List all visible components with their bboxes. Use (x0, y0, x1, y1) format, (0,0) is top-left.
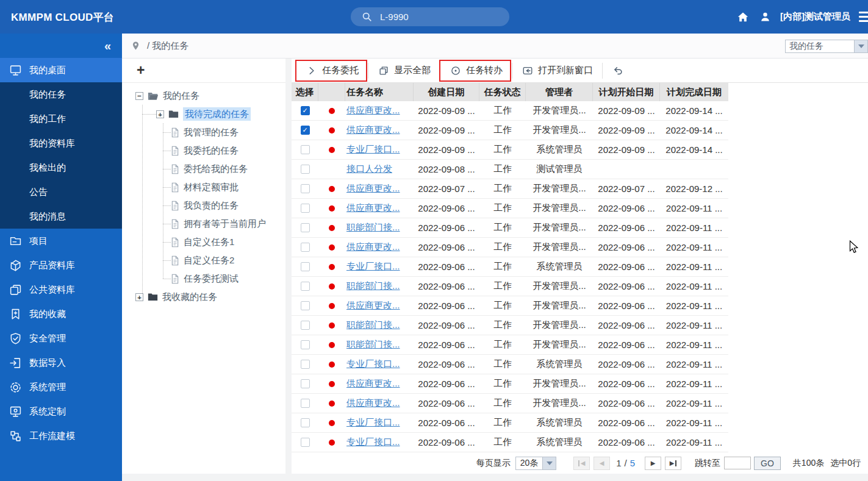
sidebar-subitem[interactable]: 我的工作 (0, 107, 122, 131)
sidebar-item-favorites[interactable]: 我的收藏 (0, 302, 122, 326)
task-name-link[interactable]: 供应商更改... (346, 378, 400, 390)
show-all-button[interactable]: 显示全部 (368, 59, 440, 83)
chevron-down-icon[interactable] (542, 457, 556, 469)
task-name-link[interactable]: 供应商更改... (346, 397, 400, 409)
table-row[interactable]: 职能部门接... 2022-09-06 ... 工作 开发管理员... 2022… (292, 335, 728, 355)
first-page-button[interactable]: ◀ (573, 457, 590, 470)
task-name-link[interactable]: 供应商更改... (346, 183, 400, 194)
task-name-link[interactable]: 供应商更改... (346, 202, 400, 214)
task-name-link[interactable]: 专业厂接口... (346, 144, 400, 155)
task-name-link[interactable]: 供应商更改... (346, 300, 400, 312)
current-user-label[interactable]: [内部]测试管理员 (780, 11, 850, 23)
table-row[interactable]: 专业厂接口... 2022-09-06 ... 工作 系统管理员 2022-09… (292, 257, 728, 277)
tree-node-selected[interactable]: 我待完成的任务 (122, 105, 285, 123)
tree-node-doc[interactable]: 材料定额审批 (122, 178, 285, 196)
table-row[interactable]: 供应商更改... 2022-09-09 ... 工作 开发管理员... 2022… (292, 121, 728, 140)
task-name-link[interactable]: 职能部门接... (346, 319, 400, 331)
task-name-link[interactable]: 专业厂接口... (346, 261, 400, 273)
column-header[interactable]: 计划开始日期 (593, 83, 660, 101)
table-row[interactable]: 供应商更改... 2022-09-06 ... 工作 开发管理员... 2022… (292, 394, 728, 413)
global-search-input[interactable]: L-9990 (351, 7, 509, 26)
sidebar-subitem[interactable]: 我的资料库 (0, 131, 122, 155)
tree-node-doc[interactable]: 我负责的任务 (122, 196, 285, 215)
sidebar-item-security[interactable]: 安全管理 (0, 326, 122, 351)
task-name-link[interactable]: 专业厂接口... (346, 436, 400, 448)
task-name-link[interactable]: 职能部门接... (346, 339, 400, 351)
table-row[interactable]: 接口人分发 2022-09-08 ... 工作 测试管理员 (292, 160, 728, 179)
sidebar-item-project[interactable]: 项目 (0, 229, 122, 253)
row-checkbox[interactable] (301, 204, 310, 213)
table-row[interactable]: 专业厂接口... 2022-09-09 ... 工作 系统管理员 2022-09… (292, 140, 728, 160)
sidebar-item-workflow[interactable]: 工作流建模 (0, 424, 122, 448)
tree-node-root[interactable]: 我的任务 (122, 87, 285, 105)
row-checkbox[interactable] (301, 145, 310, 154)
row-checkbox[interactable] (301, 360, 310, 369)
task-name-link[interactable]: 专业厂接口... (346, 358, 400, 370)
column-header[interactable]: 任务名称 (345, 83, 414, 101)
sidebar-item-system-admin[interactable]: 系统管理 (0, 375, 122, 399)
sidebar-item-system-custom[interactable]: 系统定制 (0, 399, 122, 424)
table-row[interactable]: 职能部门接... 2022-09-06 ... 工作 开发管理员... 2022… (292, 277, 728, 296)
table-row[interactable]: 供应商更改... 2022-09-06 ... 工作 开发管理员... 2022… (292, 238, 728, 257)
row-checkbox[interactable] (301, 418, 310, 427)
tree-node-doc[interactable]: 我委托的任务 (122, 141, 285, 160)
undo-button[interactable] (603, 59, 633, 83)
tree-node-doc[interactable]: 自定义任务2 (122, 251, 285, 269)
sidebar-item-data-import[interactable]: 数据导入 (0, 351, 122, 375)
last-page-button[interactable]: ▶ (665, 457, 681, 470)
tree-node-doc[interactable]: 委托给我的任务 (122, 160, 285, 178)
tree-node-doc[interactable]: 任务委托测试 (122, 269, 285, 288)
column-header[interactable]: 计划完成日期 (660, 83, 728, 101)
row-checkbox[interactable] (301, 321, 310, 330)
row-checkbox[interactable] (301, 184, 310, 193)
table-row[interactable]: 供应商更改... 2022-09-06 ... 工作 开发管理员... 2022… (292, 374, 728, 394)
task-name-link[interactable]: 职能部门接... (346, 280, 400, 292)
row-checkbox[interactable] (301, 301, 310, 310)
column-header[interactable]: 选择 (292, 83, 318, 101)
table-row[interactable]: 供应商更改... 2022-09-06 ... 工作 开发管理员... 2022… (292, 296, 728, 316)
row-checkbox[interactable] (301, 165, 310, 174)
sidebar-subitem[interactable]: 我的任务 (0, 82, 122, 107)
table-row[interactable]: 供应商更改... 2022-09-09 ... 工作 开发管理员... 2022… (292, 101, 728, 121)
table-row[interactable]: 专业厂接口... 2022-09-06 ... 工作 系统管理员 2022-09… (292, 355, 728, 374)
tree-node-doc[interactable]: 自定义任务1 (122, 233, 285, 251)
row-checkbox[interactable] (301, 379, 310, 388)
sidebar-subitem[interactable]: 公告 (0, 180, 122, 204)
sidebar-subitem[interactable]: 我的消息 (0, 204, 122, 229)
view-select[interactable]: 我的任务 (785, 40, 868, 53)
table-row[interactable]: 职能部门接... 2022-09-06 ... 工作 开发管理员... 2022… (292, 316, 728, 335)
tree-node-doc[interactable]: 我管理的任务 (122, 123, 285, 141)
prev-page-button[interactable]: ◀ (594, 457, 610, 470)
collapse-sidebar-icon[interactable] (104, 40, 111, 52)
task-name-link[interactable]: 职能部门接... (346, 222, 400, 233)
row-checkbox[interactable] (301, 126, 310, 135)
column-header[interactable] (318, 83, 345, 101)
task-name-link[interactable]: 专业厂接口... (346, 417, 400, 429)
sidebar-item-product-library[interactable]: 产品资料库 (0, 253, 122, 277)
add-node-button[interactable]: + (137, 63, 145, 77)
expand-node-icon[interactable] (135, 293, 143, 301)
jump-page-input[interactable] (724, 457, 751, 469)
task-delegate-button[interactable]: 任务委托 (296, 59, 368, 83)
open-new-window-button[interactable]: 打开到新窗口 (512, 59, 603, 83)
per-page-select[interactable]: 20条 (515, 457, 557, 470)
task-name-link[interactable]: 供应商更改... (346, 124, 400, 136)
sidebar-item-public-library[interactable]: 公共资料库 (0, 277, 122, 302)
expand-node-icon[interactable] (156, 110, 164, 118)
row-checkbox[interactable] (301, 262, 310, 271)
sidebar-item-desktop[interactable]: 我的桌面 (0, 58, 122, 82)
row-checkbox[interactable] (301, 243, 310, 252)
task-transfer-button[interactable]: 任务转办 (440, 59, 512, 83)
task-name-link[interactable]: 接口人分发 (346, 163, 392, 175)
row-checkbox[interactable] (301, 106, 310, 115)
tree-node-doc[interactable]: 拥有者等于当前用户 (122, 215, 285, 233)
go-button[interactable]: GO (754, 457, 781, 470)
row-checkbox[interactable] (301, 399, 310, 408)
row-checkbox[interactable] (301, 282, 310, 291)
tree-node-favorites[interactable]: 我收藏的任务 (122, 288, 285, 306)
menu-icon[interactable] (859, 12, 868, 22)
column-header[interactable]: 任务状态 (479, 83, 526, 101)
home-icon[interactable] (736, 10, 750, 24)
sidebar-subitem[interactable]: 我检出的 (0, 155, 122, 180)
table-row[interactable]: 专业厂接口... 2022-09-06 ... 工作 系统管理员 2022-09… (292, 413, 728, 433)
